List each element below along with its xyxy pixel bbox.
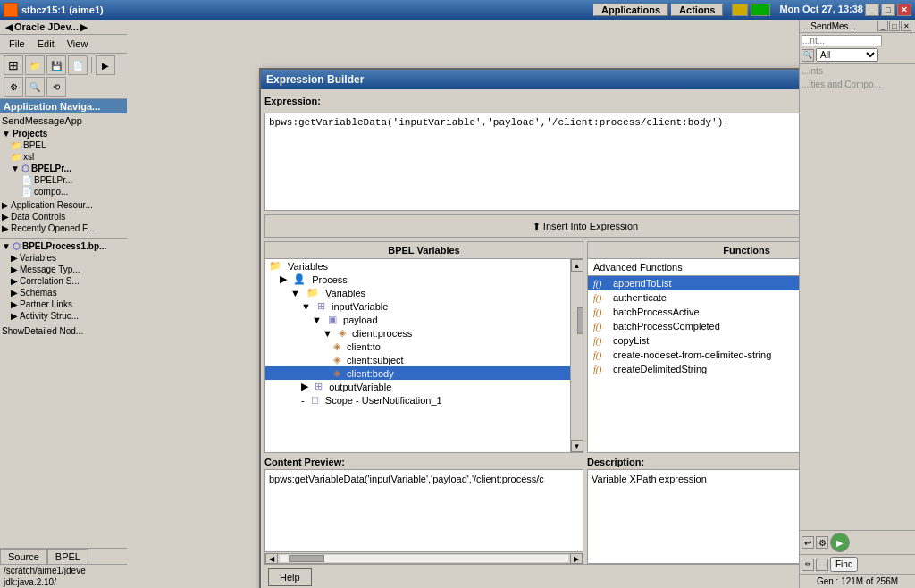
function-item-copylist[interactable]: f() copyList: [588, 333, 799, 348]
h-scroll-thumb[interactable]: [289, 555, 324, 562]
tree-bpelprocess1[interactable]: ▼ ⬡ BPELProcess1.bp...: [0, 240, 127, 252]
toolbar-btn-8[interactable]: ⟲: [46, 77, 66, 97]
tab-bpel[interactable]: BPEL: [47, 549, 88, 564]
menu-edit[interactable]: Edit: [32, 37, 60, 51]
scroll-right-arrow[interactable]: ▶: [570, 553, 583, 564]
os-datetime: Mon Oct 27, 13:38: [779, 4, 863, 16]
scroll-thumb[interactable]: [577, 307, 583, 334]
toolbar-btn-7[interactable]: 🔍: [25, 77, 45, 97]
app-navigator-header: Application Naviga...: [0, 99, 127, 113]
help-button[interactable]: Help: [268, 568, 312, 586]
content-preview-content: bpws:getVariableData('inputVariable','pa…: [264, 469, 583, 552]
pencil-icon[interactable]: ✏: [802, 559, 814, 571]
right-search-select[interactable]: All: [816, 48, 878, 62]
right-go-btn[interactable]: ▶: [830, 533, 850, 552]
function-item-appendtolist[interactable]: f() appendToList: [588, 276, 799, 290]
nav-arrow-right[interactable]: ▶: [79, 22, 89, 32]
right-tool-2[interactable]: ⚙: [816, 536, 828, 549]
function-item-batchprocesscompleted[interactable]: f() batchProcessCompleted: [588, 319, 799, 333]
toolbar-btn-6[interactable]: ⚙: [4, 77, 23, 97]
content-preview-label: Content Preview:: [264, 457, 583, 467]
menu-view[interactable]: View: [62, 37, 94, 51]
right-ints-label: ...ints: [800, 64, 915, 78]
find-button[interactable]: Find: [830, 557, 858, 572]
function-item-create-nodeset[interactable]: f() create-nodeset-from-delimited-string: [588, 348, 799, 362]
tree-app-resources[interactable]: ▶ Application Resour...: [0, 199, 127, 211]
vtree-inputvariable[interactable]: ▼ ⊞ inputVariable: [265, 299, 570, 313]
tree-partner-links[interactable]: ▶ Partner Links: [0, 298, 127, 310]
description-label: Description:: [587, 457, 799, 467]
vtree-variables2[interactable]: ▼ 📁 Variables: [265, 286, 570, 299]
send-message-label: SendMessageApp: [0, 113, 127, 128]
expression-builder-dialog: Expression Builder ✕ Expression: ↩ ↪ 📋: [259, 68, 799, 588]
tree-activity-struc[interactable]: ▶ Activity Struc...: [0, 310, 127, 322]
send-mes-close[interactable]: ✕: [901, 21, 911, 31]
gear2-icon[interactable]: [816, 559, 828, 571]
center-area: Expression Builder ✕ Expression: ↩ ↪ 📋: [127, 20, 799, 588]
vtree-payload[interactable]: ▼ ▣ payload: [265, 313, 570, 326]
f0-icon-6: f(): [593, 350, 609, 360]
vtree-variables[interactable]: 📁 Variables: [265, 259, 570, 273]
variables-scrollbar[interactable]: ▲ ▼: [570, 259, 583, 452]
tree-bpel[interactable]: 📁 BPEL: [0, 139, 127, 151]
toolbar-btn-5[interactable]: ▶: [96, 55, 115, 75]
variables-panel-header: BPEL Variables: [265, 242, 583, 259]
minimize-button[interactable]: _: [865, 4, 879, 16]
toolbar-btn-3[interactable]: 💾: [46, 55, 66, 75]
sidebar-toolbar: ⊞ 📁 💾 📄 ▶ ⚙ 🔍 ⟲: [0, 54, 127, 99]
vtree-outputvariable[interactable]: ▶ ⊞ outputVariable: [265, 380, 570, 393]
functions-panel: Functions Advanced Functions String Func…: [587, 241, 799, 453]
tree-bpelpr-sub[interactable]: 📄 BPELPr...: [0, 174, 127, 186]
f0-icon-1: f(): [593, 279, 609, 289]
functions-dropdown[interactable]: Advanced Functions String Functions Math…: [588, 259, 799, 276]
vtree-client-body[interactable]: ◈ client:body: [265, 366, 570, 380]
insert-into-expression-btn[interactable]: ⬆ Insert Into Expression: [264, 214, 799, 238]
send-mes-controls: _ □ ✕: [877, 21, 911, 31]
send-mes-minimize[interactable]: _: [877, 21, 888, 31]
tree-xsl[interactable]: 📁 xsl: [0, 151, 127, 163]
vtree-client-subject[interactable]: ◈ client:subject: [265, 353, 570, 366]
right-ities-label: ...ities and Compo...: [800, 78, 915, 91]
menu-file[interactable]: File: [4, 37, 30, 51]
scroll-left-arrow[interactable]: ◀: [265, 553, 278, 564]
dialog-content: Expression: ↩ ↪ 📋 bpws:getVariableData('…: [261, 89, 799, 588]
restore-button[interactable]: □: [881, 4, 895, 16]
description-section: Description: Variable XPath expression: [587, 457, 799, 564]
close-button[interactable]: ✕: [897, 4, 911, 16]
tree-data-controls[interactable]: ▶ Data Controls: [0, 211, 127, 223]
scroll-down-arrow[interactable]: ▼: [571, 440, 583, 452]
nav-arrow-left[interactable]: ◀: [4, 22, 14, 32]
vtree-client-process[interactable]: ▼ ◈ client:process: [265, 326, 570, 340]
h-scroll-track: [280, 555, 568, 562]
tree-variables[interactable]: ▶ Variables: [0, 252, 127, 264]
os-taskbar-actions[interactable]: Actions: [671, 4, 723, 16]
toolbar-btn-2[interactable]: 📁: [25, 55, 45, 75]
tree-message-typ[interactable]: ▶ Message Typ...: [0, 264, 127, 275]
send-mes-restore[interactable]: □: [889, 21, 900, 31]
right-panel: ...SendMes... _ □ ✕ 🔍 All ...ints ...iti…: [799, 20, 915, 588]
tree-bpelpr-main[interactable]: ▼ ⬡ BPELPr...: [0, 163, 127, 174]
toolbar-btn-1[interactable]: ⊞: [4, 55, 23, 75]
right-search-btn[interactable]: 🔍: [802, 49, 814, 62]
right-search-input[interactable]: [802, 35, 882, 46]
tree-show-detailed[interactable]: ShowDetailed Nod...: [0, 325, 127, 337]
tree-schemas[interactable]: ▶ Schemas: [0, 287, 127, 298]
tree-projects[interactable]: ▼ Projects: [0, 128, 127, 139]
tree-correlation[interactable]: ▶ Correlation S...: [0, 275, 127, 287]
function-item-createdelimited[interactable]: f() createDelimitedString: [588, 362, 799, 376]
function-item-batchprocessactive[interactable]: f() batchProcessActive: [588, 305, 799, 319]
right-tool-1[interactable]: ↩: [802, 536, 814, 549]
vtree-scope[interactable]: - ◻ Scope - UserNotification_1: [265, 393, 570, 407]
function-item-authenticate[interactable]: f() authenticate: [588, 290, 799, 305]
toolbar-btn-4[interactable]: 📄: [68, 55, 88, 75]
vtree-client-to[interactable]: ◈ client:to: [265, 340, 570, 353]
vtree-process[interactable]: ▶ 👤 Process: [265, 273, 570, 286]
tab-source[interactable]: Source: [0, 549, 47, 564]
right-search-area: 🔍 All: [800, 33, 915, 64]
tree-recently-opened[interactable]: ▶ Recently Opened F...: [0, 223, 127, 234]
content-preview-scrollbar[interactable]: ◀ ▶: [264, 553, 583, 564]
tree-compo[interactable]: 📄 compo...: [0, 186, 127, 197]
scroll-up-arrow[interactable]: ▲: [571, 259, 583, 272]
expression-textarea[interactable]: bpws:getVariableData('inputVariable','pa…: [264, 113, 799, 211]
os-taskbar-apps[interactable]: Applications: [593, 4, 668, 16]
